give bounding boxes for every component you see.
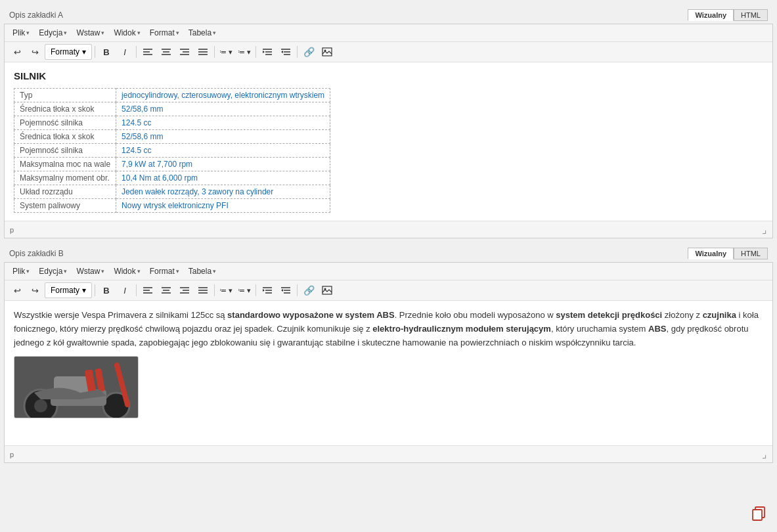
spec-value: 52/58,6 mm	[116, 102, 330, 116]
status-bar-a: p ⌟	[5, 221, 772, 238]
align-left-btn-b[interactable]	[139, 282, 156, 298]
menu-wstaw-b[interactable]: Wstaw ▾	[72, 265, 108, 278]
table-row: Maksymalna moc na wale7,9 kW at 7,700 rp…	[14, 158, 330, 171]
align-right-btn-b[interactable]	[176, 282, 193, 298]
divider-4-b	[255, 284, 256, 296]
align-right-btn-a[interactable]	[176, 44, 193, 60]
menu-plik-a[interactable]: Plik ▾	[9, 26, 33, 39]
menu-format-a[interactable]: Format ▾	[146, 26, 183, 39]
formats-arrow-a: ▾	[82, 47, 86, 56]
menu-edycja-a[interactable]: Edycja ▾	[35, 26, 71, 39]
plik-arrow-a: ▾	[26, 30, 30, 36]
menu-widok-b[interactable]: Widok ▾	[110, 265, 144, 278]
spec-label: Średnica tłoka x skok	[14, 102, 116, 116]
align-center-btn-b[interactable]	[158, 282, 175, 298]
html-btn-a[interactable]: HTML	[734, 9, 768, 21]
redo-btn-b[interactable]: ↪	[26, 282, 43, 298]
spec-label: Maksymalny moment obr.	[14, 171, 116, 185]
divider-3-a	[214, 46, 215, 58]
editor-content-a[interactable]: SILNIK Typjednocylindrowy, czterosuwowy,…	[5, 62, 772, 221]
wizualny-btn-b[interactable]: Wizualny	[688, 248, 734, 259]
spec-label: Pojemność silnika	[14, 144, 116, 158]
italic-btn-b[interactable]: I	[116, 282, 133, 298]
list-ul-btn-b[interactable]: ≔ ▾	[217, 282, 234, 298]
menu-wstaw-a[interactable]: Wstaw ▾	[72, 26, 108, 39]
undo-btn-b[interactable]: ↩	[9, 282, 26, 298]
link-btn-a[interactable]: 🔗	[300, 44, 317, 60]
table-row: Układ rozrząduJeden wałek rozrządy, 3 za…	[14, 185, 330, 199]
svg-marker-41	[281, 289, 283, 292]
svg-rect-20	[322, 48, 332, 56]
format-arrow-b: ▾	[176, 268, 179, 275]
svg-marker-37	[263, 289, 265, 292]
view-toggle-b: Wizualny HTML	[688, 248, 768, 259]
copy-icon-container	[752, 506, 766, 524]
svg-marker-19	[281, 51, 283, 53]
spec-value: 10,4 Nm at 6,000 rpm	[116, 171, 330, 185]
divider-4-a	[255, 46, 256, 58]
align-justify-btn-a[interactable]	[194, 44, 211, 60]
divider-2-a	[136, 46, 137, 58]
spec-label: Maksymalna moc na wale	[14, 158, 116, 171]
edycja-arrow-b: ▾	[64, 268, 67, 275]
vespa-paragraph: Wszystkie wersje Vespa Primavera z silni…	[14, 309, 763, 349]
html-btn-b[interactable]: HTML	[734, 248, 768, 259]
edycja-arrow-a: ▾	[64, 30, 67, 36]
redo-btn-a[interactable]: ↪	[26, 44, 43, 60]
wstaw-arrow-b: ▾	[101, 268, 104, 275]
menu-plik-b[interactable]: Plik ▾	[9, 265, 33, 278]
editor-a: Plik ▾ Edycja ▾ Wstaw ▾ Widok ▾ Format	[4, 24, 773, 238]
list-ul-btn-a[interactable]: ≔ ▾	[217, 44, 234, 60]
formats-dropdown-b[interactable]: Formaty ▾	[45, 282, 92, 298]
svg-point-46	[34, 399, 47, 412]
spec-label: Średnica tłoka x skok	[14, 130, 116, 144]
menu-tabela-a[interactable]: Tabela ▾	[185, 26, 220, 39]
formats-arrow-b: ▾	[82, 286, 86, 295]
widok-arrow-b: ▾	[137, 268, 141, 275]
menu-format-b[interactable]: Format ▾	[146, 265, 183, 278]
resize-handle-b[interactable]: ⌟	[762, 448, 767, 460]
link-btn-b[interactable]: 🔗	[300, 282, 317, 298]
plik-arrow-b: ▾	[26, 268, 30, 275]
divider-2-b	[136, 284, 137, 296]
spec-value: 124.5 cc	[116, 116, 330, 130]
table-row: System paliwowyNowy wtrysk elektroniczny…	[14, 199, 330, 213]
menu-widok-a[interactable]: Widok ▾	[110, 26, 144, 39]
undo-btn-a[interactable]: ↩	[9, 44, 26, 60]
svg-point-47	[103, 393, 129, 418]
tabela-arrow-b: ▾	[213, 268, 216, 275]
indent-inc-btn-b[interactable]	[277, 282, 294, 298]
wstaw-arrow-a: ▾	[101, 30, 104, 36]
spec-value: 7,9 kW at 7,700 rpm	[116, 158, 330, 171]
table-row: Pojemność silnika124.5 cc	[14, 144, 330, 158]
spec-value: Jeden wałek rozrządy, 3 zawory na cylind…	[116, 185, 330, 199]
spec-label: Typ	[14, 89, 116, 102]
menubar-b: Plik ▾ Edycja ▾ Wstaw ▾ Widok ▾ Format	[5, 263, 772, 280]
editor-content-b[interactable]: Wszystkie wersje Vespa Primavera z silni…	[5, 301, 772, 445]
divider-1-a	[95, 46, 95, 58]
spec-value: 124.5 cc	[116, 144, 330, 158]
vespa-image	[14, 356, 139, 418]
list-ol-btn-a[interactable]: ≔ ▾	[236, 44, 253, 60]
copy-icon[interactable]	[752, 509, 766, 523]
wizualny-btn-a[interactable]: Wizualny	[688, 9, 734, 21]
resize-handle-a[interactable]: ⌟	[762, 223, 767, 236]
table-row: Pojemność silnika124.5 cc	[14, 116, 330, 130]
align-left-btn-a[interactable]	[139, 44, 156, 60]
align-center-btn-a[interactable]	[158, 44, 175, 60]
bold-btn-a[interactable]: B	[98, 44, 115, 60]
italic-btn-a[interactable]: I	[116, 44, 133, 60]
menu-edycja-b[interactable]: Edycja ▾	[35, 265, 71, 278]
indent-dec-btn-b[interactable]	[259, 282, 276, 298]
image-btn-a[interactable]	[319, 44, 336, 60]
indent-inc-btn-a[interactable]	[277, 44, 294, 60]
list-ol-btn-b[interactable]: ≔ ▾	[236, 282, 253, 298]
indent-dec-btn-a[interactable]	[259, 44, 276, 60]
formats-dropdown-a[interactable]: Formaty ▾	[45, 44, 92, 60]
svg-rect-42	[322, 286, 332, 294]
menu-tabela-b[interactable]: Tabela ▾	[185, 265, 220, 278]
image-btn-b[interactable]	[319, 282, 336, 298]
table-row: Maksymalny moment obr.10,4 Nm at 6,000 r…	[14, 171, 330, 185]
bold-btn-b[interactable]: B	[98, 282, 115, 298]
align-justify-btn-b[interactable]	[194, 282, 211, 298]
